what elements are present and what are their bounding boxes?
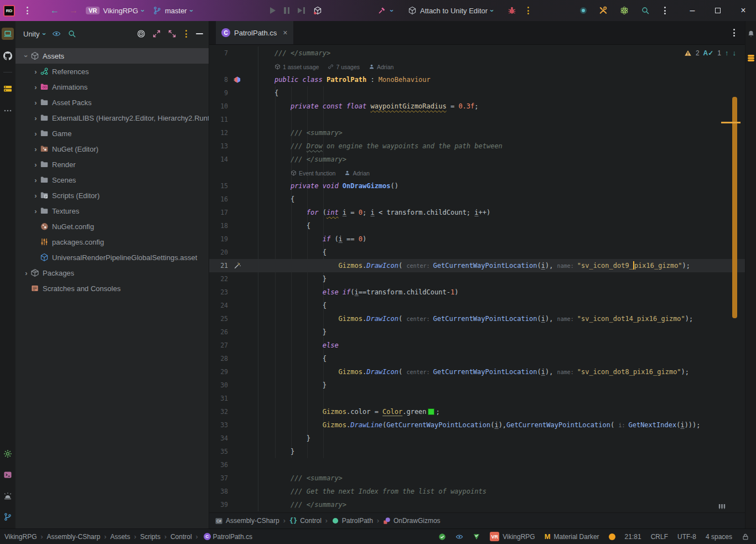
code-line-23[interactable]: 23 else if(i==transform.childCount-1)	[209, 286, 745, 299]
solution-analysis-icon[interactable]	[473, 533, 480, 541]
chevron-right-icon[interactable]: ›	[32, 68, 40, 76]
code-line-content[interactable]: }	[258, 379, 327, 392]
tab-patrolpath[interactable]: C PatrolPath.cs ×	[216, 21, 293, 44]
code-line-9[interactable]: 9{	[209, 86, 745, 100]
code-line-content[interactable]: }	[258, 272, 327, 286]
chevron-right-icon[interactable]: ›	[32, 129, 40, 138]
tree-item-animations[interactable]: ›Animations	[15, 79, 209, 95]
line-number[interactable]: 25	[209, 312, 228, 325]
tree-item-scripts-editor[interactable]: ›Scripts (Editor)	[15, 188, 209, 203]
code-line-content[interactable]: }	[258, 325, 327, 339]
code-line-16[interactable]: 16 {	[209, 193, 745, 206]
chevron-right-icon[interactable]: ›	[32, 114, 40, 122]
debug-icon[interactable]	[508, 6, 516, 15]
unity-script-icon[interactable]	[228, 73, 258, 86]
tree-item-nuget-editor[interactable]: ›NuGet (Editor)	[15, 141, 209, 157]
code-line-18[interactable]: 18 {	[209, 219, 745, 232]
code-line-content[interactable]: if (i == 0)	[258, 232, 366, 246]
line-number[interactable]	[209, 166, 228, 179]
line-number[interactable]: 29	[209, 365, 228, 379]
close-button[interactable]: ×	[731, 0, 756, 21]
line-number[interactable]: 20	[209, 246, 228, 259]
chevron-right-icon[interactable]: ›	[32, 160, 40, 169]
line-number[interactable]: 39	[209, 498, 228, 511]
code-line-content[interactable]: {	[258, 246, 327, 259]
database-icon[interactable]	[745, 52, 756, 64]
main-menu-icon[interactable]	[24, 4, 30, 17]
line-number[interactable]	[209, 60, 228, 73]
line-number[interactable]: 21	[209, 259, 228, 272]
git-tool-icon[interactable]	[2, 511, 14, 523]
line-number[interactable]: 24	[209, 299, 228, 312]
code-line-35[interactable]: 35 }	[209, 445, 745, 458]
tree-item-scenes[interactable]: ›Scenes	[15, 172, 209, 188]
code-line-7[interactable]: 7/// </summary>	[209, 46, 745, 60]
code-line-content[interactable]: }	[258, 445, 294, 458]
code-line-17[interactable]: 17 for (int i = 0; i < transform.childCo…	[209, 206, 745, 219]
code-line-content[interactable]: Gizmos.DrawIcon( center: GetCurrentWayPo…	[258, 365, 689, 379]
code-editor[interactable]: 7/// </summary>1 asset usage7 usagesAdri…	[209, 45, 745, 512]
close-tab-icon[interactable]: ×	[283, 28, 287, 37]
code-line-29[interactable]: 29 Gizmos.DrawIcon( center: GetCurrentWa…	[209, 365, 745, 379]
code-line-34[interactable]: 34 }	[209, 432, 745, 445]
unity-tool-icon[interactable]	[2, 28, 14, 40]
locate-icon[interactable]	[137, 29, 146, 38]
line-number[interactable]: 8	[209, 73, 228, 86]
code-line-content[interactable]: Event functionAdrian	[258, 166, 379, 179]
tree-item-render[interactable]: ›Render	[15, 157, 209, 172]
tree-item-universalrenderpipelineglobalsettings-asset[interactable]: UniversalRenderPipelineGlobalSettings.as…	[15, 250, 209, 265]
code-line-27[interactable]: 27 else	[209, 339, 745, 352]
rider-logo[interactable]: RD	[3, 5, 15, 17]
chevron-right-icon[interactable]: ›	[32, 176, 40, 184]
line-number[interactable]: 14	[209, 153, 228, 166]
minimize-button[interactable]: –	[680, 0, 705, 21]
indent-style[interactable]: 4 spaces	[706, 533, 732, 541]
code-line-8[interactable]: 8public class PatrolPath : MonoBehaviour	[209, 73, 745, 86]
line-number[interactable]: 32	[209, 405, 228, 418]
run-button[interactable]	[270, 7, 276, 14]
tree-item-game[interactable]: ›Game	[15, 126, 209, 141]
code-line-content[interactable]: Gizmos.DrawLine(GetCurrentWayPointLocati…	[258, 418, 701, 432]
line-number[interactable]: 15	[209, 179, 228, 193]
status-project-widget[interactable]: VR VikingRPG	[490, 532, 535, 541]
pause-button[interactable]	[284, 7, 289, 14]
line-number[interactable]: 11	[209, 113, 228, 126]
tree-item-assets[interactable]: ›Assets	[15, 48, 209, 64]
file-encoding[interactable]: UTF-8	[677, 533, 696, 541]
line-number[interactable]: 37	[209, 472, 228, 485]
theme-widget[interactable]: M Material Darker	[545, 532, 599, 541]
color-swatch[interactable]	[428, 409, 434, 415]
code-line-content[interactable]: for (int i = 0; i < transform.childCount…	[258, 206, 490, 219]
run-more-icon[interactable]	[525, 4, 531, 17]
code-line-39[interactable]: 39 /// </summary>	[209, 498, 745, 511]
maximize-button[interactable]	[705, 0, 731, 21]
line-number[interactable]: 23	[209, 286, 228, 299]
inspections-widget[interactable]: 2 A✓ 1 ↑ ↓	[684, 49, 736, 57]
code-line-11[interactable]: 11	[209, 113, 745, 126]
code-line-content[interactable]: public class PatrolPath : MonoBehaviour	[258, 73, 431, 86]
code-line-content[interactable]: {	[258, 193, 294, 206]
hide-panel-icon[interactable]	[196, 33, 203, 35]
more-tools-icon[interactable]	[2, 105, 14, 117]
code-line-31[interactable]: 31	[209, 392, 745, 405]
chevron-down-icon[interactable]: ›	[389, 9, 396, 12]
line-number[interactable]: 12	[209, 126, 228, 139]
code-line-content[interactable]	[258, 392, 275, 405]
breadcrumb-assembly-csharp[interactable]: C#Assembly-CSharp	[215, 517, 279, 525]
record-icon[interactable]	[580, 7, 587, 14]
notifications-bell-icon[interactable]	[745, 28, 756, 40]
code-line-content[interactable]: Gizmos.color = Color.green;	[258, 405, 440, 418]
back-icon[interactable]: ←	[48, 6, 61, 15]
tree-item-references[interactable]: ›References	[15, 64, 209, 79]
step-button[interactable]	[298, 7, 305, 14]
line-number[interactable]: 33	[209, 418, 228, 432]
code-line-content[interactable]: /// <summary>	[258, 472, 343, 485]
lock-icon[interactable]	[742, 533, 749, 541]
code-line-25[interactable]: 25 Gizmos.DrawIcon( center: GetCurrentWa…	[209, 312, 745, 325]
code-line-content[interactable]: {	[258, 86, 278, 100]
line-number[interactable]: 31	[209, 392, 228, 405]
tree-item-scratches-and-consoles[interactable]: Scratches and Consoles	[15, 281, 209, 296]
project-widget[interactable]: VR VikingRPG ›	[86, 7, 144, 15]
search-icon[interactable]	[68, 29, 76, 38]
code-line-content[interactable]: else	[258, 339, 339, 352]
